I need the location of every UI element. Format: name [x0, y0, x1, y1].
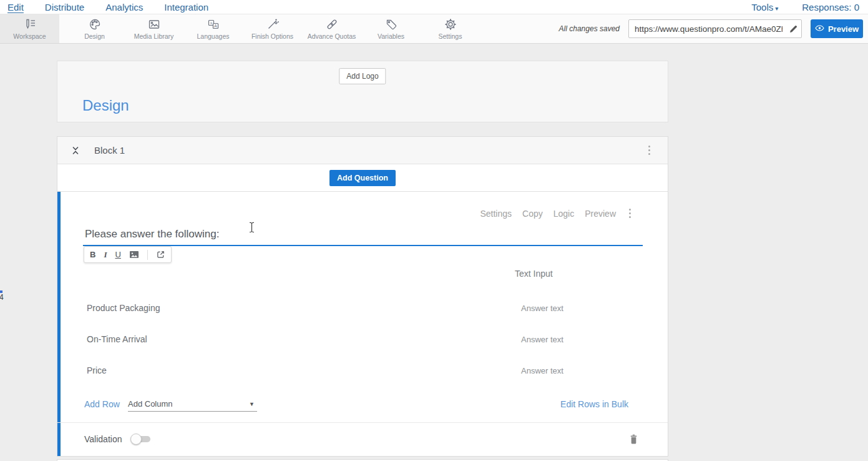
- palette-icon: [88, 17, 102, 31]
- add-row-link[interactable]: Add Row: [84, 399, 120, 409]
- preview-button[interactable]: Preview: [811, 19, 863, 38]
- question-actions: Settings Copy Logic Preview: [480, 206, 633, 221]
- add-question-strip: Add Question: [57, 164, 668, 192]
- question-menu-kebab-icon[interactable]: [627, 206, 633, 221]
- nav-item-edit[interactable]: Edit: [7, 2, 24, 12]
- table-row: Product Packaging Answer text: [57, 292, 668, 324]
- tag-icon: [384, 17, 398, 31]
- validation-control: Validation: [84, 434, 152, 444]
- table-row: Price Answer text: [57, 355, 668, 386]
- design-header-card: Add Logo Design: [57, 61, 668, 122]
- survey-url-input[interactable]: [629, 24, 785, 34]
- row-label[interactable]: Product Packaging: [87, 303, 160, 313]
- question-settings-link[interactable]: Settings: [480, 209, 512, 219]
- edit-rows-in-bulk-link[interactable]: Edit Rows in Bulk: [560, 399, 628, 409]
- validation-toggle[interactable]: [130, 435, 152, 444]
- answer-text-input[interactable]: Answer text: [521, 366, 563, 375]
- row-label[interactable]: Price: [87, 365, 107, 375]
- eye-icon: [815, 24, 824, 34]
- toolbar-item-settings[interactable]: Settings: [421, 14, 480, 43]
- survey-url-field: [628, 19, 802, 38]
- bold-button[interactable]: B: [90, 250, 95, 259]
- row-column-controls: Add Row Add Column ▼ Edit Rows in Bulk: [57, 398, 668, 412]
- question-footer-divider: [57, 422, 668, 423]
- validation-label: Validation: [84, 434, 122, 444]
- question-preview-link[interactable]: Preview: [585, 209, 616, 219]
- responses-link[interactable]: Responses: 0: [802, 2, 859, 12]
- toolbar-item-workspace[interactable]: Workspace: [0, 14, 59, 43]
- text-cursor-pointer: [248, 222, 255, 235]
- dropdown-arrow-icon: ▼: [249, 401, 255, 407]
- answer-text-input[interactable]: Answer text: [521, 304, 563, 313]
- magic-wand-icon: [266, 17, 280, 31]
- question-copy-link[interactable]: Copy: [522, 209, 543, 219]
- survey-editor-canvas: 4 Add Logo Design Block 1 Add Question: [0, 61, 868, 461]
- table-row: On-Time Arrival Answer text: [57, 324, 668, 355]
- workspace-icon: [23, 17, 37, 31]
- edit-url-pencil-icon[interactable]: [785, 24, 801, 34]
- question-logic-link[interactable]: Logic: [553, 209, 574, 219]
- toolbar-item-media-library[interactable]: Media Library: [124, 14, 183, 43]
- translate-icon: x̄ A: [207, 17, 220, 31]
- block-card: Block 1 Add Question Settings Copy Logic…: [57, 136, 668, 457]
- italic-button[interactable]: I: [104, 250, 107, 259]
- matrix-rows: Product Packaging Answer text On-Time Ar…: [57, 292, 668, 386]
- toolbar-item-variables[interactable]: Variables: [361, 14, 421, 43]
- nav-item-integration[interactable]: Integration: [164, 2, 208, 12]
- block-header: Block 1: [57, 137, 668, 164]
- chain-link-icon: [325, 17, 339, 31]
- delete-question-trash-icon[interactable]: [629, 434, 638, 447]
- collapse-block-icon[interactable]: [71, 145, 80, 156]
- toolbar-item-languages[interactable]: x̄ A Languages: [183, 14, 243, 43]
- open-in-new-button[interactable]: [156, 250, 165, 259]
- image-icon: [147, 17, 161, 31]
- toolbar-item-finish-options[interactable]: Finish Options: [243, 14, 302, 43]
- toolbar-separator: [147, 250, 148, 260]
- clipped-question-number: 4: [0, 290, 6, 302]
- svg-text:A: A: [214, 24, 217, 28]
- row-label[interactable]: On-Time Arrival: [87, 334, 147, 344]
- gear-icon: [444, 17, 457, 31]
- block-menu-kebab-icon[interactable]: [646, 143, 653, 157]
- toolbar-item-design[interactable]: Design: [65, 14, 124, 43]
- text-format-toolbar: B I U: [84, 246, 172, 263]
- save-status: All changes saved: [559, 24, 620, 33]
- add-logo-button[interactable]: Add Logo: [339, 68, 386, 84]
- nav-item-distribute[interactable]: Distribute: [45, 2, 84, 12]
- add-question-button[interactable]: Add Question: [329, 170, 396, 186]
- svg-text:x̄: x̄: [210, 21, 212, 25]
- insert-image-button[interactable]: [129, 250, 139, 259]
- question-title-input[interactable]: Please answer the following:: [85, 228, 219, 240]
- toolbar-item-advance-quotas[interactable]: Advance Quotas: [302, 14, 361, 43]
- caret-down-icon: ▾: [775, 5, 778, 12]
- column-header-text-input: Text Input: [515, 269, 553, 279]
- block-title: Block 1: [94, 145, 125, 156]
- question-card: Settings Copy Logic Preview Please answe…: [57, 192, 668, 456]
- answer-text-input[interactable]: Answer text: [521, 335, 563, 344]
- design-title[interactable]: Design: [82, 97, 129, 114]
- editor-toolbar: Workspace Design Media Library x̄ A: [0, 14, 868, 44]
- top-nav: Edit Distribute Analytics Integration To…: [0, 0, 868, 14]
- underline-button[interactable]: U: [115, 250, 120, 259]
- add-column-dropdown[interactable]: Add Column ▼: [128, 398, 257, 412]
- nav-item-analytics[interactable]: Analytics: [105, 2, 143, 12]
- tools-menu[interactable]: Tools▾: [751, 2, 778, 12]
